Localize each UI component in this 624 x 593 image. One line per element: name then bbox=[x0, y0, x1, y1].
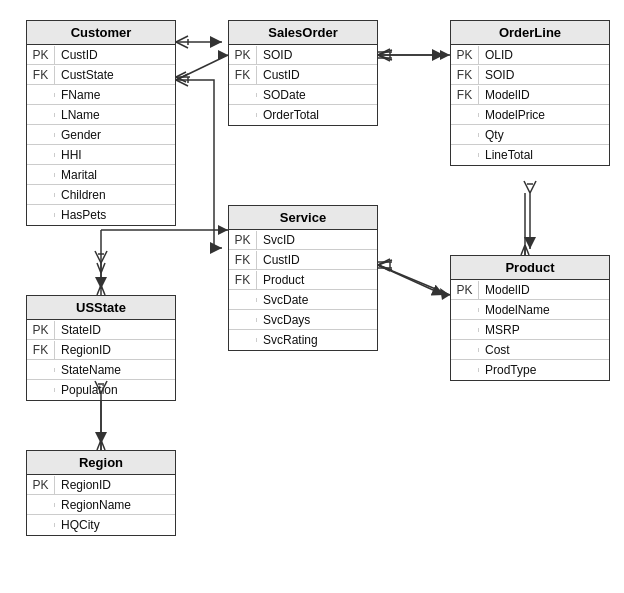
key-label: FK bbox=[451, 66, 479, 84]
field-label: Population bbox=[55, 381, 124, 399]
table-row: PK CustID bbox=[27, 45, 175, 65]
key-label bbox=[27, 93, 55, 97]
svg-line-10 bbox=[378, 55, 392, 60]
key-label bbox=[229, 93, 257, 97]
product-header: Product bbox=[451, 256, 609, 280]
svg-line-9 bbox=[378, 50, 392, 55]
field-label: Product bbox=[257, 271, 310, 289]
field-label: SvcDate bbox=[257, 291, 314, 309]
svg-marker-6 bbox=[440, 50, 450, 60]
field-label: SvcRating bbox=[257, 331, 324, 349]
table-row: ModelName bbox=[451, 300, 609, 320]
table-row: LName bbox=[27, 105, 175, 125]
table-row: HQCity bbox=[27, 515, 175, 535]
svg-line-61 bbox=[530, 181, 536, 193]
region-header: Region bbox=[27, 451, 175, 475]
field-label: Cost bbox=[479, 341, 516, 359]
table-row: FK CustID bbox=[229, 65, 377, 85]
field-label: LName bbox=[55, 106, 106, 124]
field-label: OrderTotal bbox=[257, 106, 325, 124]
svg-marker-25 bbox=[440, 288, 450, 300]
field-label: ModelID bbox=[479, 281, 536, 299]
field-label: LineTotal bbox=[479, 146, 539, 164]
salesorder-table: SalesOrder PK SOID FK CustID SODate Orde… bbox=[228, 20, 378, 126]
svg-line-56 bbox=[378, 259, 390, 265]
table-row: FName bbox=[27, 85, 175, 105]
table-row: StateName bbox=[27, 360, 175, 380]
svg-line-3 bbox=[176, 72, 186, 77]
key-label: PK bbox=[229, 46, 257, 64]
svg-line-21 bbox=[97, 440, 101, 450]
salesorder-header: SalesOrder bbox=[229, 21, 377, 45]
svg-line-14 bbox=[97, 263, 101, 273]
key-label: FK bbox=[229, 271, 257, 289]
key-label bbox=[451, 328, 479, 332]
table-row: FK CustState bbox=[27, 65, 175, 85]
table-row: LineTotal bbox=[451, 145, 609, 165]
svg-line-45 bbox=[95, 251, 101, 263]
field-label: RegionID bbox=[55, 476, 117, 494]
field-label: RegionName bbox=[55, 496, 137, 514]
product-table: Product PK ModelID ModelName MSRP Cost P… bbox=[450, 255, 610, 381]
key-label bbox=[451, 348, 479, 352]
svg-line-4 bbox=[176, 77, 186, 82]
table-row: Marital bbox=[27, 165, 175, 185]
key-label bbox=[451, 153, 479, 157]
field-label: SODate bbox=[257, 86, 312, 104]
field-label: SvcDays bbox=[257, 311, 316, 329]
table-row: SODate bbox=[229, 85, 377, 105]
svg-line-38 bbox=[176, 42, 188, 48]
field-label: ProdType bbox=[479, 361, 542, 379]
usstate-header: USState bbox=[27, 296, 175, 320]
key-label bbox=[229, 338, 257, 342]
key-label: FK bbox=[451, 86, 479, 104]
svg-line-60 bbox=[524, 181, 530, 193]
field-label: HHI bbox=[55, 146, 88, 164]
service-table: Service PK SvcID FK CustID FK Product Sv… bbox=[228, 205, 378, 351]
field-label: StateID bbox=[55, 321, 107, 339]
svg-line-24 bbox=[378, 265, 450, 295]
key-label bbox=[27, 368, 55, 372]
svg-line-57 bbox=[378, 265, 390, 271]
key-label bbox=[27, 133, 55, 137]
key-label bbox=[451, 133, 479, 137]
field-label: HQCity bbox=[55, 516, 106, 534]
field-label: CustID bbox=[257, 251, 306, 269]
field-label: SOID bbox=[479, 66, 520, 84]
field-label: Qty bbox=[479, 126, 510, 144]
svg-line-46 bbox=[101, 251, 107, 263]
table-row: FK RegionID bbox=[27, 340, 175, 360]
svg-line-15 bbox=[101, 263, 105, 273]
svg-marker-13 bbox=[218, 225, 228, 235]
table-row: ModelPrice bbox=[451, 105, 609, 125]
svg-line-42 bbox=[378, 55, 390, 61]
key-label: PK bbox=[27, 476, 55, 494]
field-label: SOID bbox=[257, 46, 298, 64]
key-label: FK bbox=[27, 341, 55, 359]
key-label bbox=[229, 318, 257, 322]
svg-line-29 bbox=[378, 265, 392, 270]
key-label bbox=[27, 153, 55, 157]
table-row: ProdType bbox=[451, 360, 609, 380]
key-label bbox=[229, 113, 257, 117]
table-row: MSRP bbox=[451, 320, 609, 340]
orderline-table: OrderLine PK OLID FK SOID FK ModelID Mod… bbox=[450, 20, 610, 166]
table-row: PK ModelID bbox=[451, 280, 609, 300]
table-row: PK StateID bbox=[27, 320, 175, 340]
key-label: FK bbox=[229, 251, 257, 269]
table-row: PK RegionID bbox=[27, 475, 175, 495]
field-label: ModelPrice bbox=[479, 106, 551, 124]
table-row: PK SOID bbox=[229, 45, 377, 65]
svg-line-31 bbox=[521, 245, 525, 255]
field-label: HasPets bbox=[55, 206, 112, 224]
key-label: PK bbox=[27, 321, 55, 339]
field-label: OLID bbox=[479, 46, 519, 64]
key-label: FK bbox=[229, 66, 257, 84]
table-row: PK SvcID bbox=[229, 230, 377, 250]
key-label bbox=[451, 113, 479, 117]
table-row: HasPets bbox=[27, 205, 175, 225]
field-label: Gender bbox=[55, 126, 107, 144]
key-label: FK bbox=[27, 66, 55, 84]
service-header: Service bbox=[229, 206, 377, 230]
svg-line-55 bbox=[378, 265, 444, 295]
